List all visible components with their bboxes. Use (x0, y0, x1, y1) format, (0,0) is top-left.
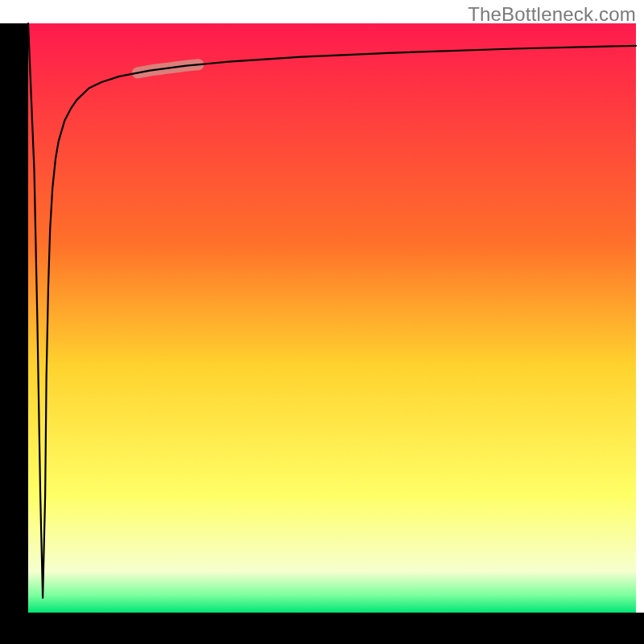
x-axis-bar (0, 613, 644, 644)
plot-background (28, 23, 636, 613)
watermark-label: TheBottleneck.com (468, 3, 636, 26)
bottleneck-chart (0, 0, 644, 644)
chart-stage: TheBottleneck.com (0, 0, 644, 644)
y-axis-bar (0, 23, 28, 644)
plot-right-edge (636, 23, 637, 613)
